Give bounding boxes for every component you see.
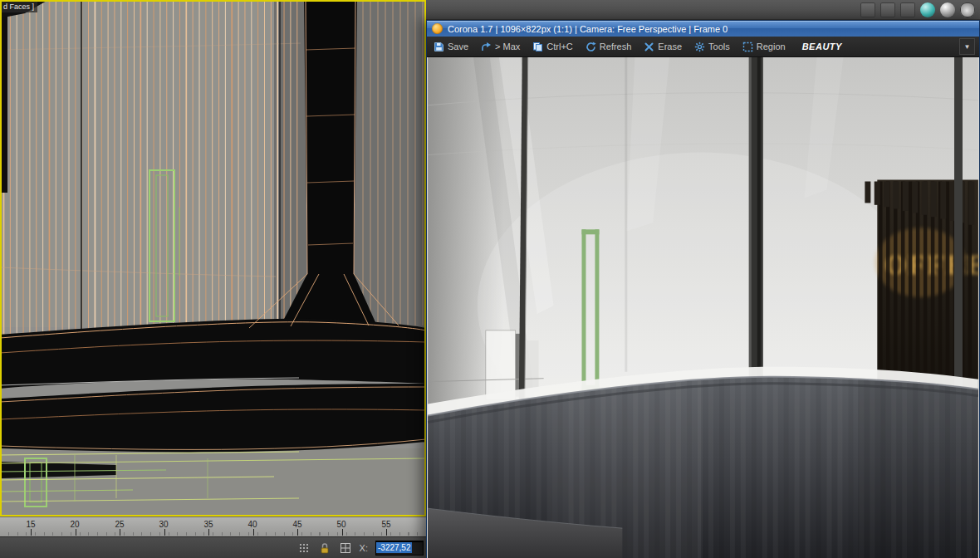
corona-title-bar[interactable]: Corona 1.7 | 1096×822px (1:1) | Camera: … (427, 21, 979, 37)
grid-icon[interactable] (339, 541, 352, 555)
max-viewport[interactable]: d Faces ] (0, 0, 426, 516)
status-bar: X: -3227,52 (0, 536, 426, 558)
erase-button[interactable]: Erase (641, 40, 687, 54)
trackbar-tick: 25 (110, 520, 130, 529)
trackbar-tick: 40 (243, 520, 262, 529)
render-setup-sphere-icon[interactable] (940, 2, 955, 17)
toolbar-button-icon[interactable] (880, 2, 895, 17)
send-to-max-icon (481, 42, 492, 52)
selection-lock-icon[interactable] (318, 541, 331, 555)
trackbar-tick: 30 (154, 520, 174, 529)
rendered-image: OFFEE (427, 57, 979, 558)
x-coordinate-label: X: (360, 543, 368, 553)
send-to-max-button[interactable]: > Max (478, 40, 525, 54)
corona-window-title: Corona 1.7 | 1096×822px (1:1) | Camera: … (448, 24, 728, 34)
render-pass-selector[interactable]: BEAUTY ▼ (802, 38, 975, 55)
tools-icon (694, 42, 705, 52)
trackbar-tick: 45 (287, 520, 307, 529)
x-coordinate-value: -3227,52 (376, 542, 412, 553)
save-button[interactable]: Save (431, 40, 473, 54)
region-icon (742, 42, 753, 52)
material-editor-sphere-icon[interactable] (920, 2, 935, 17)
corona-render-view[interactable]: OFFEE (427, 57, 979, 558)
toolbar-button-icon[interactable] (860, 2, 875, 17)
viewport-label[interactable]: d Faces ] (2, 2, 37, 12)
chevron-down-icon[interactable]: ▼ (959, 38, 975, 55)
trackbar-tick: 55 (376, 520, 396, 529)
copy-to-clipboard-button[interactable]: Ctrl+C (530, 40, 577, 54)
desktop: d Faces ] (0, 0, 980, 558)
corona-toolbar: Save > Max Ctrl+C (427, 37, 979, 57)
corona-vfb-window: Corona 1.7 | 1096×822px (1:1) | Camera: … (426, 20, 980, 558)
copy-icon (532, 42, 543, 52)
trackbar-tick: 50 (331, 520, 351, 529)
tools-button[interactable]: Tools (692, 40, 735, 54)
refresh-button[interactable]: Refresh (583, 40, 637, 54)
trackbar-tick: 20 (65, 520, 85, 529)
x-coordinate-field[interactable]: -3227,52 (375, 541, 424, 556)
render-pass-value: BEAUTY (802, 42, 842, 51)
time-slider-trackbar[interactable]: 15 20 25 30 35 40 45 50 55 (0, 516, 426, 536)
grid-dots-icon[interactable] (297, 541, 311, 555)
refresh-icon (586, 42, 596, 52)
max-main-toolbar-fragment (426, 0, 980, 20)
erase-icon (644, 42, 654, 52)
corona-logo-icon (432, 23, 443, 34)
toolbar-button-icon[interactable] (900, 2, 915, 17)
save-icon (434, 42, 444, 52)
trackbar-tick: 15 (21, 520, 41, 529)
wireframe-scene (0, 0, 426, 516)
render-teapot-icon[interactable] (960, 2, 975, 17)
trackbar-tick: 35 (198, 520, 218, 529)
region-button[interactable]: Region (740, 40, 791, 54)
